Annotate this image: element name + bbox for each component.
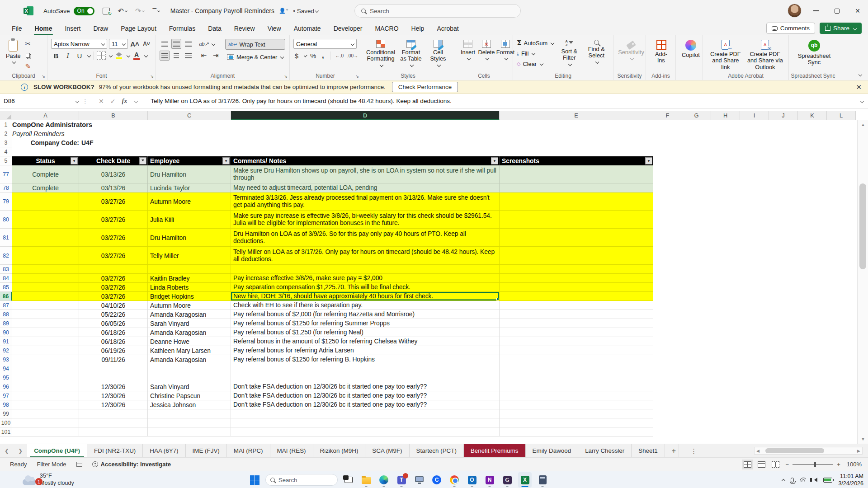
sheet-tab-benefit-premiums[interactable]: Benefit Premiums bbox=[464, 444, 526, 458]
status-cell[interactable] bbox=[12, 364, 79, 373]
people-icon[interactable]: 👤⁺ bbox=[279, 8, 288, 14]
onenote-button[interactable]: N bbox=[483, 472, 496, 488]
scroll-down-icon[interactable]: ▼ bbox=[858, 435, 868, 444]
edge-button[interactable] bbox=[377, 472, 391, 488]
row-header-82[interactable]: 82 bbox=[0, 247, 12, 265]
comments-cell[interactable]: Dru Hamilton on LOA as of 3/9/26. So for… bbox=[231, 229, 500, 247]
spreadsheet-sync-button[interactable]: qb Spreadsheet Sync bbox=[793, 38, 836, 68]
employee-cell[interactable]: Dru Hamilton bbox=[148, 165, 231, 183]
comments-cell[interactable] bbox=[231, 265, 500, 274]
comments-cell[interactable]: Pay referral bonus of $1,250 (for referr… bbox=[231, 328, 500, 337]
screenshots-cell[interactable] bbox=[500, 283, 653, 292]
screenshots-cell[interactable] bbox=[500, 183, 653, 192]
employee-cell[interactable]: Deanne Howe bbox=[148, 337, 231, 346]
check-date-cell[interactable]: 03/27/26 bbox=[79, 192, 148, 211]
quick-access-menu[interactable]: ▔ bbox=[152, 8, 159, 14]
font-size-select[interactable]: 11 bbox=[109, 39, 128, 49]
prev-sheet-icon[interactable]: ❮ bbox=[5, 448, 9, 454]
comments-cell[interactable]: Pay referral bonus of $2,000 (for referr… bbox=[231, 310, 500, 319]
insert-cells-button[interactable]: Insert bbox=[459, 38, 477, 61]
fill-color-icon[interactable] bbox=[114, 51, 124, 61]
insert-function-icon[interactable]: fx bbox=[122, 98, 127, 105]
check-date-cell[interactable] bbox=[79, 418, 148, 427]
font-dialog-launcher[interactable]: ↘ bbox=[150, 74, 154, 79]
grow-font-icon[interactable]: A˄ bbox=[130, 39, 140, 49]
menu-tab-data[interactable]: Data bbox=[202, 22, 228, 35]
calculator-button[interactable] bbox=[536, 472, 549, 488]
employee-cell[interactable]: Dru Hamilton bbox=[148, 229, 231, 247]
status-cell[interactable] bbox=[12, 337, 79, 346]
format-painter-icon[interactable]: ✎ bbox=[23, 61, 33, 71]
cut-icon[interactable]: ✂ bbox=[23, 39, 33, 49]
row-header-91[interactable]: 91 bbox=[0, 337, 12, 346]
employee-cell[interactable]: Autumn Moore bbox=[148, 192, 231, 211]
comments-filter-icon[interactable]: ▾ bbox=[491, 157, 498, 164]
column-header-A[interactable]: A bbox=[12, 111, 79, 120]
row-header-99[interactable]: 99 bbox=[0, 409, 12, 418]
row-header-101[interactable]: 101 bbox=[0, 427, 12, 436]
orientation-menu[interactable] bbox=[212, 42, 215, 46]
scroll-up-icon[interactable]: ▲ bbox=[858, 120, 868, 129]
percent-format-icon[interactable]: % bbox=[310, 51, 316, 61]
check-date-cell[interactable]: 06/05/26 bbox=[79, 319, 148, 328]
employee-cell[interactable]: Telly Miller bbox=[148, 247, 231, 265]
status-cell[interactable] bbox=[12, 346, 79, 355]
row-header-84[interactable]: 84 bbox=[0, 274, 12, 283]
create-pdf-link-button[interactable]: A⚯ Create PDF and Share link bbox=[707, 38, 745, 72]
row-header-96[interactable]: 96 bbox=[0, 382, 12, 391]
column-header-G[interactable]: G bbox=[682, 111, 711, 120]
comments-cell[interactable] bbox=[231, 427, 500, 436]
menu-tab-formulas[interactable]: Formulas bbox=[163, 22, 202, 35]
sort-filter-button[interactable]: AZ Sort & Filter bbox=[557, 38, 581, 69]
comments-cell[interactable]: Terminated 3/13/26. Jess already process… bbox=[231, 192, 500, 211]
screenshots-cell[interactable] bbox=[500, 382, 653, 391]
status-cell[interactable] bbox=[12, 310, 79, 319]
name-box[interactable]: D86⋮ bbox=[0, 95, 92, 107]
header-employee[interactable]: Employee▾ bbox=[148, 156, 231, 165]
status-cell[interactable] bbox=[12, 400, 79, 409]
currency-menu[interactable] bbox=[304, 54, 307, 57]
employee-cell[interactable]: Kathleen Mary Larsen bbox=[148, 346, 231, 355]
zoom-out-icon[interactable]: − bbox=[786, 461, 789, 468]
status-cell[interactable] bbox=[12, 229, 79, 247]
status-cell[interactable] bbox=[12, 265, 79, 274]
battery-icon[interactable] bbox=[823, 478, 832, 483]
comments-cell[interactable]: Make sure pay increase is effective 3/8/… bbox=[231, 211, 500, 229]
collapse-ribbon-icon[interactable] bbox=[858, 70, 862, 77]
align-bottom-icon[interactable] bbox=[183, 39, 193, 49]
sheet-tab-larry-chessler[interactable]: Larry Chessler bbox=[578, 444, 632, 458]
row-header-95[interactable]: 95 bbox=[0, 373, 12, 382]
screenshots-cell[interactable] bbox=[500, 337, 653, 346]
menu-tab-view[interactable]: View bbox=[261, 22, 288, 35]
status-cell[interactable] bbox=[12, 319, 79, 328]
employee-cell[interactable]: Lucinda Taylor bbox=[148, 183, 231, 192]
comments-cell[interactable]: Pay referral bonus of $1250 for referrin… bbox=[231, 319, 500, 328]
sheet-tab-haa-6y7-[interactable]: HAA (6Y7) bbox=[143, 444, 185, 458]
microphone-icon[interactable] bbox=[791, 478, 794, 483]
italic-button[interactable]: I bbox=[63, 51, 73, 61]
status-cell[interactable] bbox=[12, 292, 79, 301]
chrome-button[interactable] bbox=[448, 472, 461, 488]
comments-cell[interactable]: Make sure Dru Hamilton shows up on payro… bbox=[231, 165, 500, 183]
addins-button[interactable]: Add-ins bbox=[650, 38, 673, 66]
employee-cell[interactable] bbox=[148, 364, 231, 373]
check-date-cell[interactable] bbox=[79, 265, 148, 274]
format-cells-button[interactable]: Format bbox=[496, 38, 515, 61]
weather-widget[interactable]: 1 35°FMostly cloudy bbox=[23, 473, 74, 487]
column-header-H[interactable]: H bbox=[711, 111, 740, 120]
comments-cell[interactable]: Pay separation compensation $1,225.70. T… bbox=[231, 283, 500, 292]
copilot-button[interactable]: Copilot bbox=[679, 38, 702, 60]
clipboard-dialog-launcher[interactable]: ↘ bbox=[42, 74, 45, 79]
comments-cell[interactable]: Telly Miller on LOA as of 3/17/26. Only … bbox=[231, 247, 500, 265]
sheet-tab-startech-pct-[interactable]: Startech (PCT) bbox=[410, 444, 464, 458]
check-date-cell[interactable]: 03/13/26 bbox=[79, 165, 148, 183]
fill-color-menu[interactable] bbox=[127, 54, 130, 57]
status-cell[interactable] bbox=[12, 373, 79, 382]
next-sheet-icon[interactable]: ❯ bbox=[18, 448, 23, 454]
column-header-C[interactable]: C bbox=[148, 111, 231, 120]
column-header-J[interactable]: J bbox=[769, 111, 798, 120]
comments-cell[interactable]: Don't take FSA deduction on 12/30/26 bc … bbox=[231, 400, 500, 409]
align-top-icon[interactable] bbox=[160, 39, 170, 49]
merge-center-button[interactable]: Merge & Center bbox=[225, 52, 285, 62]
redo-button[interactable]: ↷ bbox=[135, 7, 144, 15]
